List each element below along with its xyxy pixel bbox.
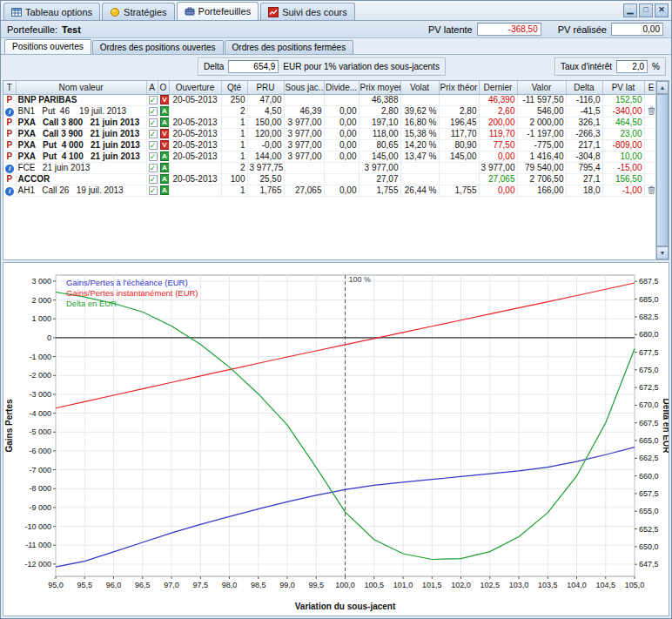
cell: 15,38 % (400, 128, 439, 139)
cell: ✓ (146, 139, 158, 151)
maximize-icon: □ (643, 5, 648, 14)
delta-field[interactable]: 654,9 (228, 60, 279, 73)
cell: 464,50 (602, 117, 644, 128)
active-checkbox[interactable]: ✓ (149, 107, 158, 116)
tab-suivi-des-cours[interactable]: Suivi des cours (260, 3, 355, 20)
maximize-button[interactable]: □ (639, 3, 653, 17)
cell: -0,00 (247, 139, 284, 151)
subtab-ordres-des-positions-fermées[interactable]: Ordres des positions fermées (225, 40, 354, 54)
cell: 145,00 (439, 151, 479, 162)
cell: 13,47 % (400, 151, 439, 162)
delete-icon[interactable] (648, 106, 655, 115)
y-left-tick-label: -12 000 (24, 560, 51, 569)
positions-table: TNom valeurAOOuvertureQtéPRUSous jac...D… (3, 81, 659, 197)
pv-latente-field[interactable]: -368,50 (477, 23, 541, 36)
column-header-volat[interactable]: Volat (400, 81, 439, 94)
legend-entry: Gains/Pertes instantanément (EUR) (66, 288, 198, 298)
scrollbar-thumb[interactable] (656, 94, 669, 246)
column-header-qté[interactable]: Qté (221, 81, 247, 94)
cell: AH1 Call 26 19 juil. 2013 (16, 185, 146, 196)
scroll-down-button[interactable]: ▼ (656, 246, 669, 259)
x-tick-label: 99,0 (279, 581, 295, 589)
column-header-divide[interactable]: Divide... (324, 81, 359, 94)
active-checkbox[interactable]: ✓ (149, 164, 158, 172)
side-badge: V (160, 95, 170, 104)
column-header-prix-moyen[interactable]: Prix moyen (359, 81, 400, 94)
interest-field[interactable]: 2,0 (616, 60, 648, 73)
table-row[interactable]: iFCE 21 juin 2013✓A23 977,753 977,003 97… (3, 162, 658, 173)
y-right-tick-label: 652,5 (639, 525, 659, 534)
column-header-nom-valeur[interactable]: Nom valeur (16, 81, 146, 94)
positions-subtabs: Positions ouvertesOrdres des positions o… (1, 38, 671, 55)
cell: A (158, 105, 169, 117)
side-badge: A (160, 163, 170, 172)
table-row[interactable]: iBN1 Put 46 19 juil. 2013✓A24,5046,390,0… (3, 105, 658, 117)
active-checkbox[interactable]: ✓ (149, 175, 158, 184)
cell: 1 (221, 151, 247, 162)
column-header-o[interactable]: O (158, 81, 169, 94)
cell: 250 (221, 94, 247, 105)
column-header-t[interactable]: T (3, 81, 16, 94)
cell: ✓ (146, 173, 158, 185)
active-checkbox[interactable]: ✓ (149, 186, 158, 195)
active-checkbox[interactable]: ✓ (149, 118, 158, 127)
quotes-icon (268, 7, 279, 17)
cell: 3 977,00 (284, 139, 324, 151)
x-tick-label: 104,5 (595, 581, 615, 589)
cell: 23,00 (602, 128, 644, 139)
table-row[interactable]: PACCOR✓A20-05-201310025,5027,0727,0652 7… (3, 173, 658, 185)
table-row[interactable]: PPXA Put 4 100 21 juin 2013✓A20-05-20131… (3, 151, 658, 162)
vertical-scrollbar[interactable]: ▲ ▼ (655, 81, 669, 259)
info-icon: i (5, 108, 14, 117)
pv-realisee-label: PV réalisée (558, 24, 607, 35)
cell: -809,00 (602, 139, 644, 151)
tab-stratégies[interactable]: Stratégies (102, 3, 175, 20)
arrow-down-icon: ▼ (660, 250, 666, 256)
cell: 14,20 % (400, 139, 439, 151)
column-header-prix-théor[interactable]: Prix théor (439, 81, 479, 94)
minimize-button[interactable]: ▁ (623, 3, 637, 17)
table-header-row: TNom valeurAOOuvertureQtéPRUSous jac...D… (3, 81, 658, 94)
column-header-dernier[interactable]: Dernier (479, 81, 517, 94)
tab-tableau-options[interactable]: Tableau options (3, 3, 100, 20)
column-header-pv-lat[interactable]: PV lat (602, 81, 644, 94)
active-checkbox[interactable]: ✓ (149, 152, 158, 161)
position-icon: P (6, 95, 12, 104)
x-tick-label: 98,0 (222, 581, 238, 589)
cell: ✓ (146, 117, 158, 128)
cell: 326,1 (566, 117, 602, 128)
table-row[interactable]: iAH1 Call 26 19 juil. 2013✓A11,76527,065… (3, 185, 658, 196)
table-row[interactable]: PBNP PARIBAS✓V20-05-201325047,0046,38846… (3, 94, 658, 105)
column-header-valor[interactable]: Valor (517, 81, 566, 94)
y-right-tick-label: 657,5 (639, 489, 659, 498)
column-header-pru[interactable]: PRU (247, 81, 284, 94)
delete-icon[interactable] (648, 185, 655, 194)
close-button[interactable]: ✕ (655, 3, 669, 17)
subtab-positions-ouvertes[interactable]: Positions ouvertes (4, 39, 91, 54)
column-header-ouverture[interactable]: Ouverture (169, 81, 221, 94)
y-left-tick-label: -5 000 (29, 427, 51, 436)
cell (284, 94, 324, 105)
cell: 196,45 (439, 117, 479, 128)
y-left-tick-label: -7 000 (29, 466, 51, 474)
y-left-axis-label: Gains Pertes (4, 399, 14, 453)
active-checkbox[interactable]: ✓ (149, 141, 158, 150)
tab-portefeuilles[interactable]: Portefeuilles (177, 2, 259, 20)
column-header-a[interactable]: A (146, 81, 158, 94)
y-left-tick-label: 2 000 (31, 296, 51, 305)
table-row[interactable]: PPXA Put 4 000 21 juin 2013✓V20-05-20131… (3, 139, 658, 151)
table-row[interactable]: PPXA Call 3 900 21 juin 2013✓V20-05-2013… (3, 128, 658, 139)
cell: -1 197,00 (517, 128, 566, 139)
column-header-delta[interactable]: Delta (566, 81, 602, 94)
pv-realisee-field[interactable]: 0,00 (611, 23, 663, 36)
subtab-ordres-des-positions-ouvertes[interactable]: Ordres des positions ouvertes (92, 40, 224, 54)
active-checkbox[interactable]: ✓ (149, 96, 158, 104)
active-checkbox[interactable]: ✓ (149, 130, 158, 138)
cell: 2 000,00 (517, 117, 566, 128)
delta-box: Delta 654,9 EUR pour 1% variation des so… (198, 57, 446, 76)
cell: 46,390 (479, 94, 517, 105)
scroll-up-button[interactable]: ▲ (656, 81, 669, 94)
table-row[interactable]: PPXA Call 3 800 21 juin 2013✓A20-05-2013… (3, 117, 658, 128)
column-header-sous-jac[interactable]: Sous jac... (284, 81, 324, 94)
cell: -11 597,50 (517, 94, 566, 105)
